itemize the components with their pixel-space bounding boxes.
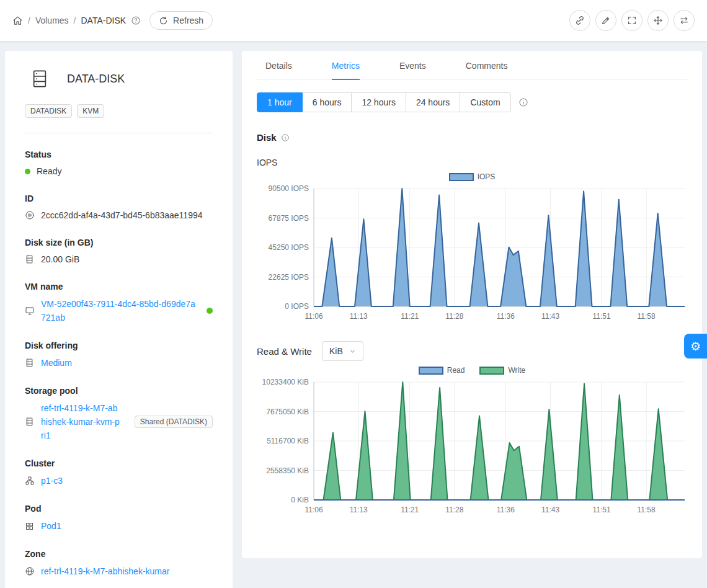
svg-text:11:43: 11:43 <box>541 506 559 514</box>
edit-button[interactable] <box>595 10 616 31</box>
page-title: DATA-DISK <box>67 73 125 86</box>
unit-select-value: KiB <box>329 346 343 356</box>
svg-text:11:13: 11:13 <box>350 312 368 321</box>
time-range-custom[interactable]: Custom <box>460 92 510 112</box>
zone-link[interactable]: ref-trl-4119-k-M7-abhishek-kumar <box>41 564 169 578</box>
vm-status-dot <box>207 308 213 314</box>
pod-link[interactable]: Pod1 <box>41 519 61 533</box>
link-icon <box>575 16 585 25</box>
storage-pool-badge: Shared (DATADISK) <box>135 416 213 428</box>
iops-chart: 11:0611:1311:2111:2811:3611:4311:5111:58… <box>257 182 687 325</box>
svg-text:5116700 KiB: 5116700 KiB <box>267 437 309 445</box>
field-status: Status Ready <box>25 149 213 177</box>
svg-text:11:43: 11:43 <box>541 312 559 321</box>
svg-text:11:06: 11:06 <box>305 506 322 514</box>
readwrite-heading-label: Read & Write <box>257 346 312 357</box>
field-disk-offering: Disk offering Medium <box>25 341 213 370</box>
pod-icon <box>25 522 35 531</box>
settings-gear-button[interactable]: ⚙ <box>684 334 707 359</box>
field-label: Status <box>25 149 213 159</box>
vm-name-link[interactable]: VM-52e00f43-7911-4dc4-85bd-d69de7a721ab <box>41 297 195 324</box>
tab-bar: Details Metrics Events Comments <box>257 51 687 80</box>
read-legend-swatch <box>419 367 443 375</box>
field-storage-pool: Storage pool ref-trl-4119-k-M7-abhishek-… <box>25 386 213 442</box>
field-label: ID <box>25 194 213 203</box>
tag-list: DATADISK KVM <box>25 104 213 118</box>
field-zone: Zone ref-trl-4119-k-M7-abhishek-kumar <box>25 549 213 578</box>
time-range-row: 1 hour 6 hours 12 hours 24 hours Custom <box>257 92 687 112</box>
tag-kvm: KVM <box>77 104 104 118</box>
field-label: VM name <box>25 282 213 292</box>
unit-select[interactable]: KiB <box>322 341 363 361</box>
cluster-link[interactable]: p1-c3 <box>41 474 63 488</box>
link-button[interactable] <box>569 10 590 31</box>
tab-events[interactable]: Events <box>399 51 426 79</box>
fullscreen-button[interactable] <box>621 10 643 31</box>
divider <box>25 133 213 133</box>
disk-section-heading: Disk <box>257 132 687 143</box>
field-id: ID 2ccc62dd-af4a-43d7-bd45-6b83aae11994 <box>25 194 213 221</box>
storage-pool-link[interactable]: ref-trl-4119-k-M7-abhishek-kumar-kvm-pri… <box>41 401 122 442</box>
breadcrumb-separator: / <box>74 16 76 25</box>
svg-text:11:21: 11:21 <box>401 506 419 514</box>
status-value: Ready <box>37 165 61 177</box>
svg-text:11:06: 11:06 <box>305 312 322 321</box>
svg-text:11:51: 11:51 <box>592 506 610 514</box>
field-disk-size: Disk size (in GB) 20.00 GiB <box>25 238 213 265</box>
disk-info-icon[interactable] <box>281 133 290 142</box>
move-icon <box>653 16 663 25</box>
readwrite-section-heading: Read & Write KiB <box>257 341 687 361</box>
help-icon[interactable] <box>131 16 141 25</box>
disk-size-value: 20.00 GiB <box>41 253 79 265</box>
tab-metrics[interactable]: Metrics <box>332 51 360 80</box>
detail-card: Details Metrics Events Comments 1 hour 6… <box>242 51 702 558</box>
field-cluster: Cluster p1-c3 <box>25 458 213 488</box>
iops-legend-swatch <box>449 173 474 181</box>
field-vm-name: VM name VM-52e00f43-7911-4dc4-85bd-d69de… <box>25 282 213 324</box>
svg-text:67875 IOPS: 67875 IOPS <box>269 214 309 223</box>
expand-icon <box>627 16 637 25</box>
globe-icon <box>25 566 35 576</box>
volume-icon <box>30 68 50 89</box>
svg-text:2558350 KiB: 2558350 KiB <box>266 466 309 475</box>
time-range-1-hour[interactable]: 1 hour <box>257 92 303 112</box>
home-icon[interactable] <box>12 16 23 26</box>
refresh-button[interactable]: Refresh <box>149 11 213 30</box>
tab-comments[interactable]: Comments <box>466 51 508 79</box>
time-range-12-hours[interactable]: 12 hours <box>351 92 406 112</box>
breadcrumb: / Volumes / DATA-DISK Refresh <box>12 11 213 30</box>
move-button[interactable] <box>647 10 669 31</box>
tab-details[interactable]: Details <box>265 51 292 79</box>
svg-text:11:13: 11:13 <box>350 506 368 514</box>
migrate-button[interactable] <box>674 10 695 31</box>
svg-text:11:36: 11:36 <box>497 312 515 321</box>
svg-text:11:28: 11:28 <box>445 506 463 514</box>
storage-pool-icon <box>25 417 35 427</box>
field-pod: Pod Pod1 <box>25 504 213 533</box>
field-label: Disk size (in GB) <box>25 238 213 247</box>
svg-text:0 IOPS: 0 IOPS <box>285 302 309 311</box>
page-content: DATA-DISK DATADISK KVM Status Ready ID 2… <box>0 41 707 588</box>
time-range-24-hours[interactable]: 24 hours <box>406 92 460 112</box>
iops-legend-label: IOPS <box>478 172 496 181</box>
write-legend-label: Write <box>508 366 525 375</box>
disk-icon <box>25 254 35 264</box>
disk-offering-link[interactable]: Medium <box>41 356 72 370</box>
swap-arrows-icon <box>679 16 689 25</box>
vm-icon <box>25 306 35 316</box>
write-legend-swatch <box>479 367 504 375</box>
breadcrumb-volumes-link[interactable]: Volumes <box>35 16 69 25</box>
volume-info-card: DATA-DISK DATADISK KVM Status Ready ID 2… <box>5 51 233 588</box>
time-range-info-icon[interactable] <box>518 97 528 107</box>
time-range-6-hours[interactable]: 6 hours <box>302 92 352 112</box>
disk-offering-icon <box>25 358 35 368</box>
svg-text:0 KiB: 0 KiB <box>291 496 309 504</box>
chevron-down-icon <box>349 348 356 355</box>
svg-text:11:28: 11:28 <box>445 312 463 321</box>
svg-text:11:21: 11:21 <box>401 312 419 321</box>
barcode-icon <box>25 210 35 220</box>
read-legend-label: Read <box>447 366 465 375</box>
iops-chart-legend: IOPS <box>257 172 687 181</box>
svg-text:11:58: 11:58 <box>638 312 656 321</box>
field-label: Storage pool <box>25 386 213 396</box>
